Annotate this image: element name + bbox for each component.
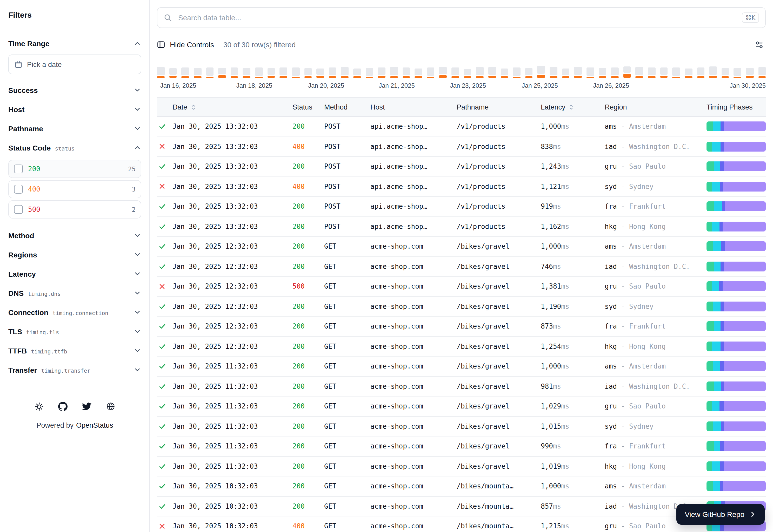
checkbox-500[interactable] xyxy=(14,205,23,214)
sidebar-section-toggle-host[interactable]: Host xyxy=(8,100,141,119)
cell-timing-phases xyxy=(707,202,766,212)
timing-segment xyxy=(724,302,766,311)
table-row[interactable]: Jan 30, 2025 13:32:03200POSTapi.acme-sho… xyxy=(157,197,766,217)
region-code: fra xyxy=(605,442,617,450)
table-row[interactable]: Jan 30, 2025 11:32:03200GETacme-shop.com… xyxy=(157,436,766,456)
timing-segment xyxy=(713,182,720,192)
table-row[interactable]: Jan 30, 2025 10:32:03200GETacme-shop.com… xyxy=(157,496,766,516)
checkbox-200[interactable] xyxy=(14,165,23,173)
cell-region: gru - Sao Paulo xyxy=(605,283,707,290)
cell-timing-phases xyxy=(707,421,766,431)
column-header-date[interactable]: Date xyxy=(172,103,293,111)
table-row[interactable]: Jan 30, 2025 13:32:03200POSTapi.acme-sho… xyxy=(157,217,766,237)
region-city: - Hong Kong xyxy=(617,343,666,350)
region-code: iad xyxy=(605,383,617,390)
table-row[interactable]: Jan 30, 2025 12:32:03500GETacme-shop.com… xyxy=(157,277,766,297)
globe-link[interactable] xyxy=(106,402,115,411)
timeline-bar xyxy=(734,68,741,78)
cell-latency: 1,019ms xyxy=(541,462,605,470)
sidebar-section-toggle-regions[interactable]: Regions xyxy=(8,245,141,264)
sidebar-section-status-code: Status Codestatus2002540035002 xyxy=(8,138,141,219)
table-row[interactable]: Jan 30, 2025 11:32:03200GETacme-shop.com… xyxy=(157,377,766,397)
search-input[interactable] xyxy=(177,13,737,22)
cell-latency: 746ms xyxy=(541,263,605,270)
column-header-latency[interactable]: Latency xyxy=(541,103,605,111)
table-row[interactable]: Jan 30, 2025 12:32:03200GETacme-shop.com… xyxy=(157,337,766,357)
cell-status: 200 xyxy=(293,462,324,470)
region-code: ams xyxy=(605,363,617,370)
table-row[interactable]: Jan 30, 2025 12:32:03200GETacme-shop.com… xyxy=(157,257,766,277)
timeline-bar-error xyxy=(697,76,704,78)
timeline-bar xyxy=(378,67,385,78)
table-row[interactable]: Jan 30, 2025 13:32:03400POSTapi.acme-sho… xyxy=(157,137,766,157)
date-picker-placeholder: Pick a date xyxy=(27,60,62,68)
view-settings-button[interactable] xyxy=(753,38,766,51)
table-row[interactable]: Jan 30, 2025 12:32:03200GETacme-shop.com… xyxy=(157,297,766,317)
timing-phases-bar xyxy=(707,242,766,251)
timeline-bar xyxy=(402,67,410,78)
sidebar-section-toggle-transfer[interactable]: Transfertiming.transfer xyxy=(8,360,141,379)
sidebar-section-toggle-dns[interactable]: DNStiming.dns xyxy=(8,283,141,303)
theme-toggle-link[interactable] xyxy=(35,402,43,411)
timeline-bar-error xyxy=(427,77,435,78)
sort-icon xyxy=(190,104,197,110)
table-row[interactable]: Jan 30, 2025 10:32:03400GETacme-shop.com… xyxy=(157,516,766,532)
timeline-bar xyxy=(267,68,275,78)
cell-status: 200 xyxy=(293,163,324,170)
cell-pathname: /bikes/gravel xyxy=(457,442,541,450)
date-picker[interactable]: Pick a date xyxy=(8,54,141,74)
cell-region: ams - Amsterdam xyxy=(605,123,707,131)
table-row[interactable]: Jan 30, 2025 12:32:03200GETacme-shop.com… xyxy=(157,317,766,337)
cell-timing-phases xyxy=(707,342,766,351)
sidebar-section-toggle-ttfb[interactable]: TTFBtiming.ttfb xyxy=(8,341,141,360)
table-row[interactable]: Jan 30, 2025 11:32:03200GETacme-shop.com… xyxy=(157,357,766,377)
table-row[interactable]: Jan 30, 2025 13:32:03200POSTapi.acme-sho… xyxy=(157,117,766,137)
section-code: timing.tls xyxy=(26,329,59,335)
table-row[interactable]: Jan 30, 2025 13:32:03400POSTapi.acme-sho… xyxy=(157,177,766,197)
table-row[interactable]: Jan 30, 2025 11:32:03200GETacme-shop.com… xyxy=(157,397,766,417)
section-label: Regions xyxy=(8,250,37,259)
cell-region: hkg - Hong Kong xyxy=(605,343,707,350)
sidebar-section-toggle-success[interactable]: Success xyxy=(8,80,141,100)
table-row[interactable]: Jan 30, 2025 13:32:03200POSTapi.acme-sho… xyxy=(157,157,766,177)
table-row[interactable]: Jan 30, 2025 11:32:03200GETacme-shop.com… xyxy=(157,417,766,436)
cell-host: acme-shop.com xyxy=(370,383,457,390)
cell-host: api.acme-shop… xyxy=(370,143,457,151)
timeline-chart[interactable]: Jan 16, 2025Jan 18, 2025Jan 20, 2025Jan … xyxy=(157,64,766,90)
status-filter-200[interactable]: 20025 xyxy=(8,160,141,178)
table-row[interactable]: Jan 30, 2025 11:32:03200GETacme-shop.com… xyxy=(157,456,766,476)
twitter-link[interactable] xyxy=(82,402,91,411)
timeline-bar xyxy=(624,66,631,78)
timing-segment xyxy=(714,441,720,451)
table-row[interactable]: Jan 30, 2025 12:32:03200GETacme-shop.com… xyxy=(157,237,766,257)
success-check-icon xyxy=(157,123,172,131)
timeline-bar-success xyxy=(402,67,410,75)
chevron-down-icon xyxy=(133,105,141,113)
cell-host: acme-shop.com xyxy=(370,522,457,530)
timeline-bar-success xyxy=(280,67,287,75)
cell-region: iad - Washington D.C. xyxy=(605,263,707,270)
view-github-repo-button[interactable]: View GitHub Repo xyxy=(676,504,765,525)
timeline-bar-error xyxy=(365,77,373,78)
sidebar-section-toggle-pathname[interactable]: Pathname xyxy=(8,119,141,138)
status-filter-400[interactable]: 4003 xyxy=(8,180,141,198)
timeline-bar-error xyxy=(378,76,385,78)
sidebar-section-toggle-tls[interactable]: TLStiming.tls xyxy=(8,322,141,341)
sidebar-section-toggle-connection[interactable]: Connectiontiming.connection xyxy=(8,303,141,322)
column-header-timing-phases: Timing Phases xyxy=(707,103,766,111)
github-link[interactable] xyxy=(58,402,67,411)
timing-phases-bar xyxy=(707,162,766,172)
sidebar-section-toggle-status-code[interactable]: Status Codestatus xyxy=(8,138,141,157)
table-row[interactable]: Jan 30, 2025 10:32:03200GETacme-shop.com… xyxy=(157,476,766,496)
checkbox-400[interactable] xyxy=(14,185,23,194)
hide-controls-button[interactable]: Hide Controls xyxy=(157,40,214,49)
sidebar-section-toggle-time-range[interactable]: Time Range xyxy=(8,34,141,53)
openstatus-link[interactable]: OpenStatus xyxy=(76,421,113,429)
status-code-options: 2002540035002 xyxy=(8,160,141,219)
sidebar-section-toggle-latency[interactable]: Latency xyxy=(8,264,141,283)
cell-pathname: /v1/products xyxy=(457,123,541,131)
status-filter-500[interactable]: 5002 xyxy=(8,200,141,219)
cell-date: Jan 30, 2025 12:32:03 xyxy=(172,343,293,350)
timeline-bar-error xyxy=(157,76,164,78)
sidebar-section-toggle-method[interactable]: Method xyxy=(8,226,141,245)
